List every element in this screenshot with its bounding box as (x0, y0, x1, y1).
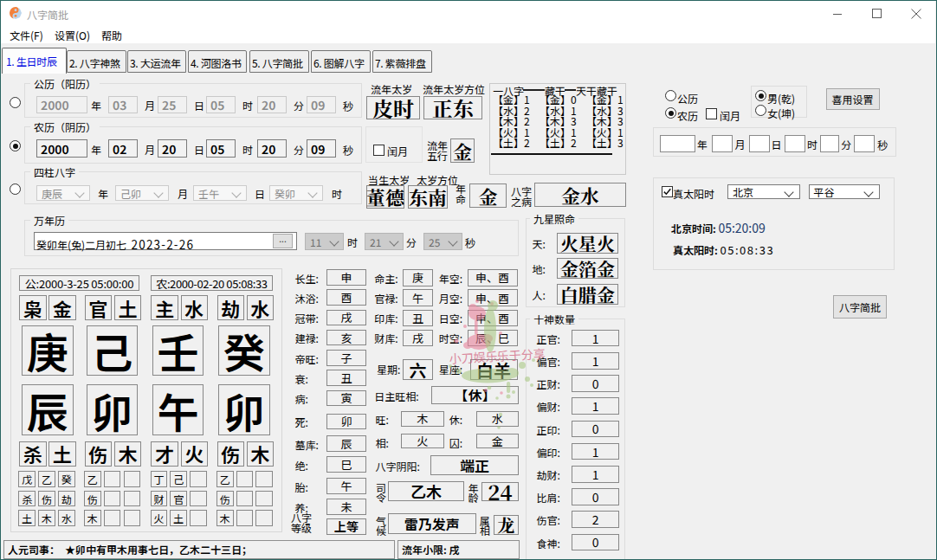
svg-text:乐于分享: 乐于分享 (496, 344, 546, 364)
svg-text:小刀娱乐: 小刀娱乐 (449, 347, 498, 367)
